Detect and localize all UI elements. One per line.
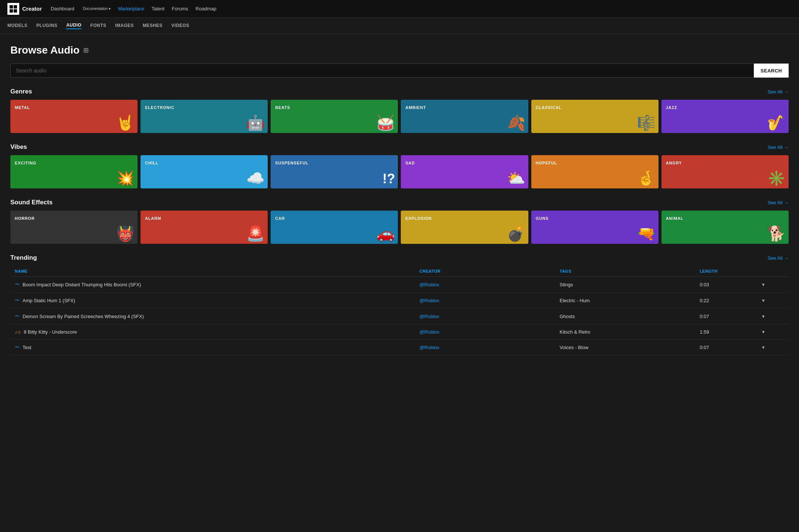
- genre-card-label: ANGRY: [666, 161, 682, 165]
- nav-roadmap[interactable]: Roadmap: [196, 6, 216, 11]
- cell-expand[interactable]: ▾: [758, 340, 789, 355]
- genre-card-electronic[interactable]: ELECTRONIC🤖: [140, 100, 268, 133]
- cell-expand[interactable]: ▾: [758, 308, 789, 324]
- tab-videos[interactable]: VIDEOS: [172, 23, 189, 29]
- vibes-header: Vibes See All →: [10, 143, 789, 151]
- genre-card-emoji: 🤘: [116, 115, 135, 130]
- logo[interactable]: Creator: [7, 3, 42, 15]
- genre-card-sad[interactable]: SAD⛅: [401, 155, 528, 188]
- trending-section: Trending See All → NAME CREATOR TAGS LEN…: [10, 254, 789, 355]
- cell-expand[interactable]: ▾: [758, 293, 789, 308]
- vibes-title: Vibes: [10, 143, 27, 151]
- genre-card-emoji: 💥: [116, 171, 135, 185]
- genre-card-angry[interactable]: ANGRY✳️: [661, 155, 789, 188]
- genres-grid: METAL🤘ELECTRONIC🤖BEATS🥁AMBIENT🍂CLASSICAL…: [10, 100, 789, 133]
- genre-card-emoji: 👹: [116, 226, 135, 241]
- brand-name: Creator: [22, 6, 42, 12]
- genres-see-all[interactable]: See All →: [768, 89, 789, 95]
- track-name: Demon Scream By Pained Screeches Wheezin…: [23, 314, 144, 319]
- genre-card-label: EXPLOSION: [405, 216, 431, 221]
- genre-card-emoji: 🍂: [507, 115, 525, 130]
- nav-talent[interactable]: Talent: [152, 6, 165, 11]
- genre-card-explosion[interactable]: EXPLOSION💣: [401, 211, 528, 244]
- col-name: NAME: [10, 266, 415, 277]
- genre-card-label: CLASSICAL: [536, 105, 562, 110]
- genre-card-jazz[interactable]: JAZZ🎷: [661, 100, 789, 133]
- genre-card-metal[interactable]: METAL🤘: [10, 100, 138, 133]
- tab-fonts[interactable]: FONTS: [90, 23, 106, 29]
- nav-documentation[interactable]: Documentation ▾: [82, 7, 111, 11]
- table-row[interactable]: 〜 Boom Impact Deep Distant Thumping Hits…: [10, 277, 789, 293]
- table-row[interactable]: ♪♫ 8 Bitty Kitty - Underscore @Roblox Ki…: [10, 324, 789, 340]
- trending-header: Trending See All →: [10, 254, 789, 262]
- table-row[interactable]: 〜 Demon Scream By Pained Screeches Wheez…: [10, 308, 789, 324]
- genre-card-animal[interactable]: ANIMAL🐕: [661, 211, 789, 244]
- genre-card-suspenseful[interactable]: SUSPENSEFUL!?: [271, 155, 398, 188]
- track-name: 8 Bitty Kitty - Underscore: [24, 329, 77, 335]
- genre-card-classical[interactable]: CLASSICAL🎼: [531, 100, 659, 133]
- search-button[interactable]: SEARCH: [754, 64, 789, 78]
- genre-card-exciting[interactable]: EXCITING💥: [10, 155, 138, 188]
- genre-card-label: ELECTRONIC: [145, 105, 175, 110]
- trending-title: Trending: [10, 254, 37, 262]
- tab-audio[interactable]: AUDIO: [66, 23, 81, 29]
- genre-card-emoji: !?: [383, 172, 395, 185]
- nav-forums[interactable]: Forums: [172, 6, 188, 11]
- genre-card-car[interactable]: CAR🚗: [271, 211, 398, 244]
- cell-length: 0:22: [695, 293, 757, 308]
- expand-button[interactable]: ▾: [762, 297, 765, 303]
- wave-icon: 〜: [15, 313, 20, 320]
- cell-creator[interactable]: @Roblox: [415, 308, 555, 324]
- genre-card-horror[interactable]: HORROR👹: [10, 211, 138, 244]
- cell-name: ♪♫ 8 Bitty Kitty - Underscore: [10, 324, 415, 340]
- tab-meshes[interactable]: MESHES: [143, 23, 163, 29]
- sfx-see-all[interactable]: See All →: [768, 200, 789, 205]
- col-length: LENGTH: [695, 266, 757, 277]
- genre-card-chill[interactable]: CHILL☁️: [140, 155, 268, 188]
- table-row[interactable]: 〜 Amp Static Hum 1 (SFX) @Roblox Electri…: [10, 293, 789, 308]
- sub-nav: MODELS PLUGINS AUDIO FONTS IMAGES MESHES…: [0, 18, 799, 34]
- cell-creator[interactable]: @Roblox: [415, 324, 555, 340]
- cell-creator[interactable]: @Roblox: [415, 340, 555, 355]
- search-input[interactable]: [10, 64, 754, 78]
- tab-models[interactable]: MODELS: [7, 23, 27, 29]
- table-row[interactable]: 〜 Test @Roblox Voices - Blow 0:07 ▾: [10, 340, 789, 355]
- vibes-grid: EXCITING💥CHILL☁️SUSPENSEFUL!?SAD⛅HOPEFUL…: [10, 155, 789, 188]
- nav-dashboard[interactable]: Dashboard: [51, 6, 74, 11]
- trending-table: NAME CREATOR TAGS LENGTH 〜 Boom Impact D…: [10, 266, 789, 355]
- genre-card-emoji: 🐕: [767, 226, 786, 241]
- cell-expand[interactable]: ▾: [758, 324, 789, 340]
- cell-expand[interactable]: ▾: [758, 277, 789, 293]
- genre-card-beats[interactable]: BEATS🥁: [271, 100, 398, 133]
- cell-creator[interactable]: @Roblox: [415, 277, 555, 293]
- track-name: Amp Static Hum 1 (SFX): [23, 298, 75, 303]
- tab-images[interactable]: IMAGES: [115, 23, 134, 29]
- genre-card-alarm[interactable]: ALARM🚨: [140, 211, 268, 244]
- genre-card-label: CAR: [275, 216, 285, 221]
- cell-length: 0:07: [695, 340, 757, 355]
- genre-card-hopeful[interactable]: HOPEFUL🤞: [531, 155, 659, 188]
- genre-card-ambient[interactable]: AMBIENT🍂: [401, 100, 528, 133]
- tab-plugins[interactable]: PLUGINS: [36, 23, 57, 29]
- genre-card-emoji: 🚗: [376, 226, 395, 241]
- expand-button[interactable]: ▾: [762, 329, 765, 335]
- expand-button[interactable]: ▾: [762, 282, 765, 287]
- col-creator: CREATOR: [415, 266, 555, 277]
- genre-card-label: HOPEFUL: [536, 161, 557, 165]
- filter-icon[interactable]: ⊞: [83, 46, 89, 54]
- expand-button[interactable]: ▾: [762, 313, 765, 319]
- genre-card-guns[interactable]: GUNS🔫: [531, 211, 659, 244]
- genre-card-emoji: 🤞: [637, 171, 656, 185]
- genre-card-emoji: 🎼: [637, 115, 656, 130]
- cell-creator[interactable]: @Roblox: [415, 293, 555, 308]
- trending-see-all[interactable]: See All →: [768, 255, 789, 261]
- cell-tags: Kitsch & Retro: [555, 324, 695, 340]
- main-content: Browse Audio ⊞ SEARCH Genres See All → M…: [0, 34, 799, 366]
- expand-button[interactable]: ▾: [762, 344, 765, 350]
- nav-marketplace[interactable]: Marketplace: [118, 6, 144, 11]
- genre-card-label: AMBIENT: [405, 105, 426, 110]
- genre-card-emoji: 💣: [507, 226, 525, 241]
- cell-tags: Ghosts: [555, 308, 695, 324]
- cell-name: 〜 Test: [10, 340, 415, 355]
- vibes-see-all[interactable]: See All →: [768, 144, 789, 150]
